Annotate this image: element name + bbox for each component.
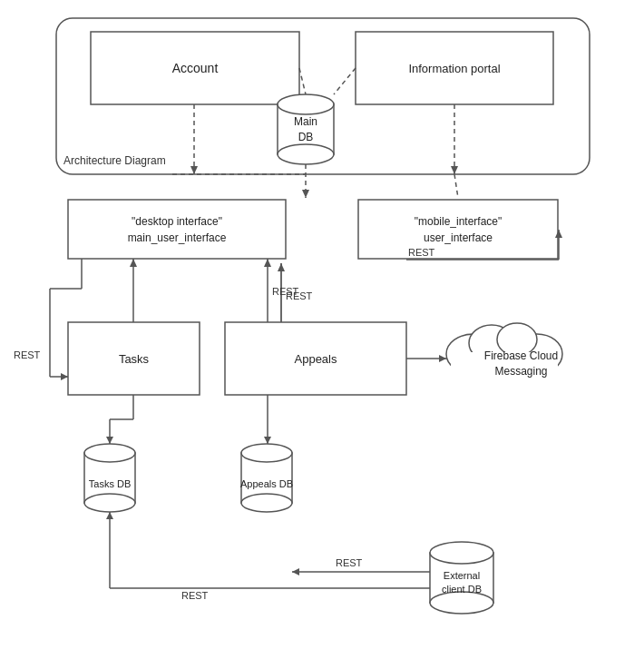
firebase-label: Firebase CloudMessaging — [446, 325, 596, 402]
bitrix-label: Architecture Diagram — [63, 154, 166, 167]
tasks-db-label: Tasks DB — [84, 461, 135, 506]
svg-text:REST: REST — [336, 557, 363, 568]
svg-marker-19 — [278, 263, 285, 271]
svg-line-17 — [454, 174, 458, 198]
svg-marker-13 — [302, 190, 309, 198]
external-client-db-label: Externalclient DB — [423, 561, 501, 605]
svg-point-40 — [84, 444, 135, 462]
account-box-label: Account — [91, 32, 299, 104]
svg-marker-60 — [106, 512, 113, 519]
svg-text:REST: REST — [272, 286, 299, 297]
svg-text:REST: REST — [286, 290, 313, 301]
svg-marker-9 — [190, 166, 198, 174]
svg-marker-31 — [61, 373, 68, 380]
svg-marker-55 — [292, 568, 299, 575]
svg-marker-69 — [130, 259, 137, 267]
info-portal-box-label: Information portal — [356, 32, 553, 104]
svg-point-43 — [241, 444, 292, 462]
svg-text:REST: REST — [181, 590, 209, 601]
svg-line-7 — [334, 68, 356, 94]
svg-marker-53 — [264, 437, 271, 444]
tasks-box-label: Tasks — [68, 322, 200, 395]
svg-text:REST: REST — [14, 349, 41, 360]
desktop-interface-label: "desktop interface"main_user_interface — [68, 200, 286, 259]
svg-line-6 — [299, 68, 306, 94]
svg-marker-35 — [264, 259, 271, 267]
main-db-label: MainDB — [278, 107, 334, 152]
svg-marker-51 — [106, 437, 113, 444]
appeals-db-label: Appeals DB — [236, 461, 298, 506]
mobile-interface-label: "mobile_interface"user_interface — [358, 200, 558, 259]
architecture-diagram: REST REST REST REST — [0, 0, 644, 649]
appeals-box-label: Appeals — [225, 322, 406, 395]
svg-marker-11 — [451, 166, 458, 174]
svg-marker-38 — [439, 355, 446, 362]
